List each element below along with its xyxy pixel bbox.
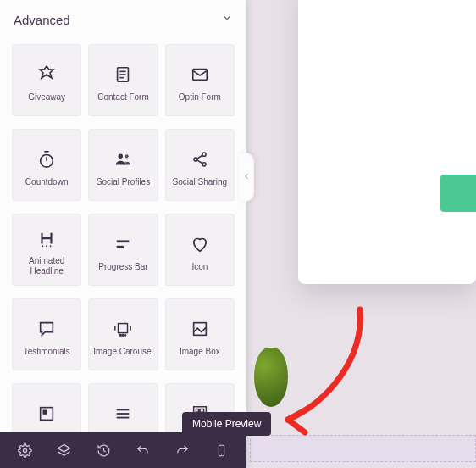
chat-icon [37, 316, 56, 342]
svg-point-5 [41, 154, 53, 167]
widget-label: Countdown [25, 177, 69, 187]
widget-label: Testimonials [24, 347, 70, 357]
svg-line-14 [196, 159, 202, 163]
svg-point-25 [125, 334, 126, 336]
menu-icon [113, 401, 132, 426]
svg-point-37 [23, 448, 26, 452]
widget-progress-bar[interactable]: Progress Bar [88, 214, 158, 286]
widget-image-box[interactable]: Image Box [165, 298, 235, 370]
image-box-icon [191, 316, 209, 342]
chevron-left-icon [242, 171, 251, 183]
widget-optin-form[interactable]: Optin Form [165, 44, 235, 116]
heart-icon [191, 231, 209, 257]
svg-rect-20 [119, 323, 128, 332]
svg-rect-18 [117, 240, 130, 242]
svg-point-23 [120, 334, 122, 336]
svg-point-9 [125, 154, 129, 158]
widget-social-sharing[interactable]: Social Sharing [165, 129, 235, 201]
canvas-preview-card [298, 0, 476, 284]
profiles-icon [113, 147, 133, 172]
widget-label: Icon [191, 262, 208, 272]
icon-box-icon [37, 401, 56, 426]
section-header-advanced[interactable]: Advanced [0, 0, 246, 39]
widget-label: Image Box [180, 347, 220, 357]
widgets-grid: Giveaway Contact Form Optin Form Countdo… [0, 39, 246, 468]
share-icon [191, 147, 208, 172]
svg-line-13 [196, 155, 202, 159]
widget-label: Contact Form [97, 92, 149, 103]
sidebar-collapse-handle[interactable] [239, 153, 254, 202]
form-icon [113, 62, 132, 87]
carousel-icon [113, 316, 133, 342]
svg-point-15 [42, 245, 44, 247]
decorative-image [254, 348, 288, 407]
svg-point-17 [50, 245, 52, 247]
widget-giveaway[interactable]: Giveaway [12, 44, 81, 116]
svg-point-24 [123, 334, 125, 336]
widget-image-carousel[interactable]: Image Carousel [88, 298, 158, 370]
widget-social-profiles[interactable]: Social Profiles [88, 129, 158, 201]
widget-contact-form[interactable]: Contact Form [88, 44, 158, 116]
section-title: Advanced [14, 13, 70, 27]
widget-label: Social Sharing [173, 177, 227, 187]
widget-label: Social Profiles [97, 177, 150, 187]
envelope-icon [191, 62, 209, 87]
svg-point-16 [46, 245, 47, 247]
svg-line-39 [103, 450, 105, 451]
widget-label: Optin Form [179, 92, 221, 103]
accent-button-partial [440, 175, 476, 212]
mobile-preview-tooltip: Mobile Preview [182, 412, 271, 436]
progress-icon [113, 231, 132, 257]
redo-button[interactable] [168, 436, 196, 465]
widget-label: Progress Bar [98, 262, 147, 272]
undo-button[interactable] [129, 436, 158, 465]
svg-rect-19 [117, 245, 124, 248]
headline-icon [37, 226, 56, 251]
widget-label: Animated Headline [16, 256, 77, 276]
canvas-empty-section[interactable] [250, 435, 476, 462]
elements-sidebar: Advanced Giveaway Contact Form Optin For… [0, 0, 246, 468]
widget-countdown[interactable]: Countdown [12, 129, 81, 201]
widget-testimonials[interactable]: Testimonials [12, 298, 81, 370]
history-button[interactable] [89, 436, 118, 465]
svg-point-8 [119, 153, 124, 159]
widget-label: Giveaway [28, 92, 65, 103]
navigator-button[interactable] [50, 436, 79, 465]
widget-icon[interactable]: Icon [165, 214, 235, 286]
bottom-toolbar [0, 432, 246, 468]
settings-button[interactable] [10, 436, 39, 465]
svg-rect-28 [43, 410, 47, 414]
giveaway-icon [36, 62, 57, 87]
stopwatch-icon [37, 147, 56, 172]
widget-label: Image Carousel [93, 347, 153, 357]
chevron-down-icon [221, 12, 233, 27]
widget-animated-headline[interactable]: Animated Headline [12, 214, 81, 286]
